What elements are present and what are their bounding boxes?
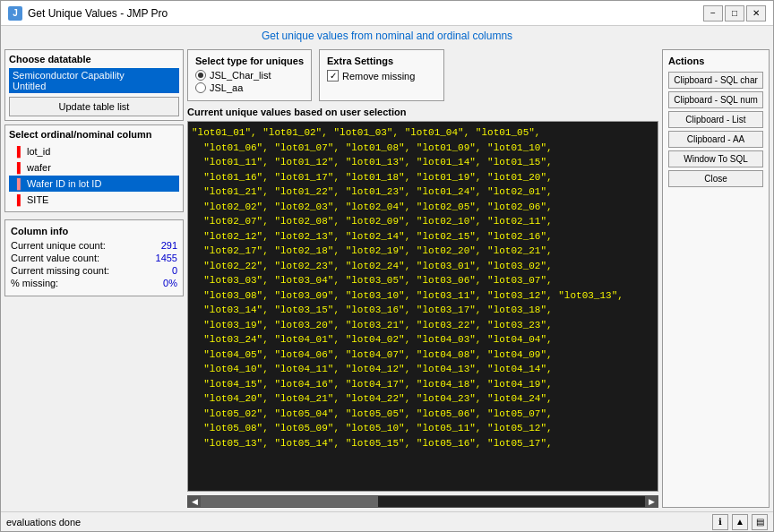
column-label-site: SITE: [27, 194, 48, 205]
radio-circle-jsl-char: [195, 70, 206, 81]
center-panel: Select type for uniques JSL_Char_list JS…: [187, 49, 658, 508]
radio-dot-jsl-char: [198, 73, 203, 78]
column-item-wafer-id[interactable]: ▐ Wafer ID in lot ID: [9, 176, 179, 192]
close-action-button[interactable]: Close: [668, 170, 763, 187]
unique-count-value: 291: [161, 240, 177, 251]
datatable-list: Semiconductor CapabilityUntitled: [9, 68, 179, 93]
actions-title: Actions: [668, 56, 763, 66]
top-banner[interactable]: Get unique values from nominal and ordin…: [1, 26, 773, 46]
datatable-title: Choose datatable: [9, 54, 179, 64]
up-arrow-icon[interactable]: ▲: [732, 514, 748, 530]
status-text: evaluations done: [6, 517, 81, 528]
minimize-button[interactable]: −: [703, 5, 723, 21]
status-bar: evaluations done ℹ ▲ ▤: [1, 511, 773, 531]
clipboard-sql-num-button[interactable]: Clipboard - SQL num: [668, 91, 763, 108]
banner-text: Get unique values from nominal and ordin…: [262, 30, 512, 42]
h-scroll-thumb[interactable]: [201, 496, 378, 507]
percent-missing-label: % missing:: [11, 278, 58, 288]
radio-label-jsl-char: JSL_Char_list: [210, 70, 271, 81]
radio-label-jsl-aa: JSL_aa: [210, 82, 243, 93]
unique-count-label: Current unique count:: [11, 240, 106, 251]
left-panel: Choose datatable Semiconductor Capabilit…: [4, 49, 184, 508]
extra-settings-title: Extra Settings: [327, 56, 436, 66]
status-icons: ℹ ▲ ▤: [712, 514, 768, 530]
h-scroll-track[interactable]: [201, 496, 645, 507]
clipboard-sql-char-button[interactable]: Clipboard - SQL char: [668, 72, 763, 89]
window-to-sql-button[interactable]: Window To SQL: [668, 150, 763, 167]
info-icon[interactable]: ℹ: [712, 514, 728, 530]
horizontal-scrollbar[interactable]: ◀ ▶: [187, 495, 658, 508]
lot-id-icon: ▐: [11, 145, 23, 158]
value-count-row: Current value count: 1455: [11, 253, 177, 263]
value-count-label: Current value count:: [11, 253, 99, 263]
values-section-title: Current unique values based on user sele…: [187, 107, 658, 117]
choose-datatable-group: Choose datatable Semiconductor Capabilit…: [4, 49, 184, 121]
missing-count-label: Current missing count:: [11, 265, 109, 276]
column-label-lot-id: lot_id: [27, 146, 50, 157]
remove-missing-label: Remove missing: [342, 71, 415, 82]
extra-settings-group: Extra Settings ✓ Remove missing: [319, 49, 444, 101]
remove-missing-checkbox-item[interactable]: ✓ Remove missing: [327, 70, 436, 82]
values-area[interactable]: "lot01_01", "lot01_02", "lot01_03", "lot…: [187, 121, 658, 492]
column-item-lot-id[interactable]: ▐ lot_id: [9, 143, 179, 159]
value-count-value: 1455: [156, 253, 177, 263]
wafer-id-icon: ▐: [11, 177, 23, 190]
select-type-group: Select type for uniques JSL_Char_list JS…: [187, 49, 312, 101]
column-label-wafer: wafer: [27, 162, 51, 173]
column-info-title: Column info: [11, 226, 177, 236]
datatable-item-semiconductor[interactable]: Semiconductor CapabilityUntitled: [9, 68, 179, 93]
clipboard-list-button[interactable]: Clipboard - List: [668, 111, 763, 128]
top-options: Select type for uniques JSL_Char_list JS…: [187, 49, 658, 101]
app-icon: J: [8, 6, 22, 21]
select-type-title: Select type for uniques: [195, 56, 304, 66]
column-select-group: Select ordinal/nominal column ▐ lot_id ▐…: [4, 124, 184, 212]
missing-count-row: Current missing count: 0: [11, 265, 177, 276]
main-content: Choose datatable Semiconductor Capabilit…: [1, 46, 773, 511]
window-controls: − □ ✕: [703, 5, 766, 21]
unique-count-row: Current unique count: 291: [11, 240, 177, 251]
wafer-icon: ▐: [11, 161, 23, 174]
update-table-list-button[interactable]: Update table list: [9, 97, 179, 116]
column-select-title: Select ordinal/nominal column: [9, 129, 179, 140]
radio-jsl-aa[interactable]: JSL_aa: [195, 82, 304, 93]
column-label-wafer-id: Wafer ID in lot ID: [27, 178, 101, 189]
menu-icon[interactable]: ▤: [752, 514, 768, 530]
scroll-left-arrow[interactable]: ◀: [188, 495, 201, 508]
percent-missing-row: % missing: 0%: [11, 278, 177, 288]
window-title: Get Unique Values - JMP Pro: [28, 7, 703, 20]
main-window: J Get Unique Values - JMP Pro − □ ✕ Get …: [0, 0, 774, 532]
remove-missing-checkbox[interactable]: ✓: [327, 70, 339, 82]
title-bar: J Get Unique Values - JMP Pro − □ ✕: [1, 1, 773, 26]
radio-jsl-char-list[interactable]: JSL_Char_list: [195, 70, 304, 81]
close-button[interactable]: ✕: [746, 5, 766, 21]
column-item-wafer[interactable]: ▐ wafer: [9, 159, 179, 176]
scroll-right-arrow[interactable]: ▶: [645, 495, 658, 508]
column-info-group: Column info Current unique count: 291 Cu…: [4, 219, 184, 296]
clipboard-aa-button[interactable]: Clipboard - AA: [668, 131, 763, 148]
percent-missing-value: 0%: [163, 278, 177, 288]
values-text: "lot01_01", "lot01_02", "lot01_03", "lot…: [192, 127, 624, 449]
right-panel: Actions Clipboard - SQL char Clipboard -…: [662, 49, 770, 508]
actions-group: Actions Clipboard - SQL char Clipboard -…: [662, 49, 770, 508]
radio-circle-jsl-aa: [195, 82, 206, 93]
site-icon: ▐: [11, 193, 23, 206]
missing-count-value: 0: [172, 265, 177, 276]
column-item-site[interactable]: ▐ SITE: [9, 192, 179, 208]
maximize-button[interactable]: □: [725, 5, 744, 21]
column-list: ▐ lot_id ▐ wafer ▐ Wafer ID in lot ID ▐ …: [9, 143, 179, 208]
